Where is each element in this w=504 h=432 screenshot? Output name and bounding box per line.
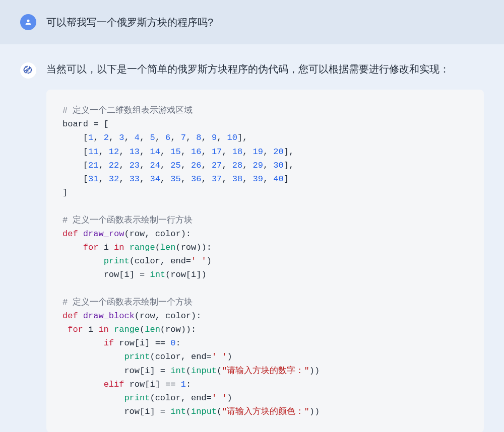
- code-string: ' ': [191, 256, 207, 266]
- code-builtin: len: [160, 243, 176, 252]
- code-number: 4: [135, 133, 140, 142]
- code-number: 26: [191, 161, 201, 170]
- code-func: draw_row: [83, 229, 124, 239]
- code-text: color: [155, 393, 181, 403]
- code-string: ' ': [212, 352, 227, 362]
- code-number: 1: [181, 380, 186, 389]
- code-keyword: def: [62, 229, 78, 239]
- code-keyword: elif: [104, 380, 124, 389]
- user-avatar: [20, 14, 36, 30]
- code-text: end=: [191, 393, 212, 403]
- code-comment: # 定义一个函数表示绘制一个方块: [62, 298, 193, 307]
- assistant-intro-text: 当然可以，以下是一个简单的俄罗斯方块程序的伪代码，您可以根据需要进行修改和实现：: [46, 60, 484, 78]
- code-number: 0: [170, 338, 175, 348]
- code-text: i: [104, 243, 109, 252]
- code-text: ]: [62, 188, 68, 197]
- code-number: 3: [119, 133, 124, 142]
- code-text: row[i]: [124, 407, 155, 416]
- code-number: 38: [232, 174, 242, 184]
- code-number: 37: [212, 174, 222, 184]
- code-number: 7: [181, 133, 186, 142]
- code-builtin: print: [104, 256, 130, 266]
- code-comment: # 定义一个二维数组表示游戏区域: [62, 106, 193, 115]
- code-builtin: int: [150, 270, 165, 279]
- code-builtin: input: [191, 407, 217, 416]
- code-number: 22: [109, 161, 119, 170]
- code-number: 5: [150, 133, 155, 142]
- code-text: row: [181, 243, 197, 252]
- code-text: color: [135, 256, 160, 266]
- code-string: ' ': [212, 393, 227, 403]
- code-text: ==: [155, 338, 165, 348]
- code-number: 24: [150, 161, 160, 170]
- code-number: 21: [88, 161, 98, 170]
- code-builtin: len: [145, 325, 160, 334]
- code-text: row[i]: [130, 380, 160, 389]
- person-icon: [24, 18, 32, 26]
- code-comment: # 定义一个函数表示绘制一行方块: [62, 215, 193, 225]
- code-text: (row, color):: [124, 229, 191, 239]
- code-number: 25: [170, 161, 180, 170]
- code-number: 20: [273, 147, 283, 157]
- code-number: 14: [150, 147, 160, 157]
- code-text: row: [165, 325, 181, 334]
- code-text: =: [160, 366, 165, 376]
- code-string: "请输入方块的数字：": [222, 366, 309, 376]
- code-number: 33: [130, 174, 140, 184]
- code-builtin: print: [124, 352, 150, 362]
- code-keyword: for: [68, 325, 83, 334]
- code-text: =: [140, 270, 145, 279]
- code-text: row[i]: [124, 366, 155, 376]
- code-number: 16: [191, 147, 201, 157]
- code-builtin: int: [170, 407, 186, 416]
- code-keyword: in: [114, 243, 124, 252]
- assistant-logo-icon: 〄: [24, 65, 33, 76]
- code-builtin: range: [114, 325, 140, 334]
- code-builtin: input: [191, 366, 217, 376]
- code-text: end=: [191, 352, 212, 362]
- code-number: 27: [212, 161, 222, 170]
- user-message-row: 可以帮我写一个俄罗斯方块的程序吗?: [0, 0, 504, 44]
- code-text: (row, color):: [135, 311, 202, 321]
- code-number: 39: [253, 174, 263, 184]
- code-func: draw_block: [83, 311, 135, 321]
- code-number: 29: [253, 161, 263, 170]
- code-builtin: int: [170, 366, 186, 376]
- user-message-text: 可以帮我写一个俄罗斯方块的程序吗?: [46, 16, 213, 29]
- code-number: 9: [212, 133, 217, 142]
- assistant-content: 当然可以，以下是一个简单的俄罗斯方块程序的伪代码，您可以根据需要进行修改和实现：…: [46, 60, 484, 432]
- code-text: board = [: [62, 119, 109, 129]
- code-text: row[i]: [170, 270, 201, 279]
- code-text: ==: [165, 380, 175, 389]
- code-builtin: range: [130, 243, 155, 252]
- code-text: end=: [170, 256, 191, 266]
- code-number: 2: [104, 133, 109, 142]
- code-number: 18: [232, 147, 242, 157]
- code-text: row[i]: [119, 338, 150, 348]
- code-number: 40: [273, 174, 283, 184]
- code-number: 10: [227, 133, 237, 142]
- code-keyword: def: [62, 311, 78, 321]
- code-keyword: for: [83, 243, 99, 252]
- code-number: 23: [130, 161, 140, 170]
- code-number: 12: [109, 147, 119, 157]
- assistant-avatar: 〄: [20, 62, 36, 79]
- code-number: 28: [232, 161, 242, 170]
- code-text: color: [155, 352, 181, 362]
- code-number: 36: [191, 174, 201, 184]
- code-number: 11: [88, 147, 98, 157]
- code-block[interactable]: # 定义一个二维数组表示游戏区域 board = [ [1, 2, 3, 4, …: [46, 90, 484, 432]
- code-number: 34: [150, 174, 160, 184]
- code-number: 13: [130, 147, 140, 157]
- code-number: 15: [170, 147, 180, 157]
- code-number: 6: [165, 133, 170, 142]
- code-number: 30: [273, 161, 283, 170]
- code-text: row[i]: [104, 270, 135, 279]
- code-number: 17: [212, 147, 222, 157]
- code-number: 31: [88, 174, 98, 184]
- code-number: 32: [109, 174, 119, 184]
- code-keyword: if: [104, 338, 114, 348]
- code-number: 19: [253, 147, 263, 157]
- code-text: =: [160, 407, 165, 416]
- code-text: i: [88, 325, 93, 334]
